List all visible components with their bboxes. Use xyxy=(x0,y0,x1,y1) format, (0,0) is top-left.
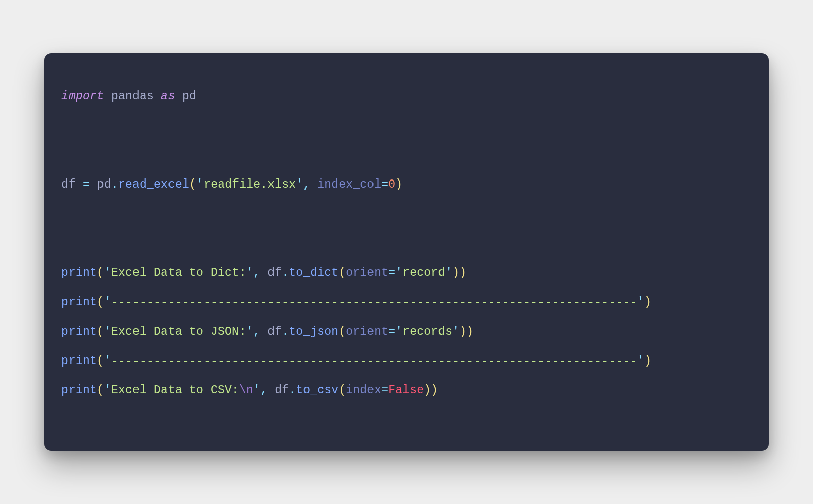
code-token: , xyxy=(260,384,267,397)
code-token: to_json xyxy=(289,325,338,338)
code-token: to_csv xyxy=(296,384,338,397)
code-token: = xyxy=(388,325,395,338)
code-token: print xyxy=(61,266,97,279)
code-token: ) xyxy=(459,325,466,338)
code-line: print('---------------------------------… xyxy=(61,354,651,368)
code-token: ' xyxy=(104,354,111,368)
code-token: record xyxy=(402,266,445,279)
code-token: ( xyxy=(189,178,196,191)
code-token: Excel Data to Dict: xyxy=(111,266,246,279)
page-background: import pandas as pd df = pd.read_excel('… xyxy=(0,0,813,504)
code-line: print('Excel Data to JSON:', df.to_json(… xyxy=(61,325,473,338)
code-token: print xyxy=(61,296,97,309)
code-token: pd xyxy=(90,178,111,191)
code-token: ) xyxy=(466,325,473,338)
code-token: print xyxy=(61,384,97,397)
code-token: ' xyxy=(104,266,111,279)
code-card: import pandas as pd df = pd.read_excel('… xyxy=(44,53,769,451)
code-token: ( xyxy=(97,325,104,338)
code-token: ) xyxy=(644,296,651,309)
code-token: readfile.xlsx xyxy=(204,178,296,191)
code-token: = xyxy=(388,266,395,279)
code-block: import pandas as pd df = pd.read_excel('… xyxy=(61,82,752,405)
code-token xyxy=(310,178,317,191)
code-token: records xyxy=(402,325,452,338)
code-token: ) xyxy=(459,266,466,279)
code-token: ' xyxy=(452,325,459,338)
code-token: ' xyxy=(296,178,303,191)
code-token: = xyxy=(83,178,90,191)
code-token: ----------------------------------------… xyxy=(111,354,637,368)
code-token: , xyxy=(253,325,260,338)
code-token: ' xyxy=(253,384,260,397)
code-token: ( xyxy=(97,296,104,309)
code-token: to_dict xyxy=(289,266,338,279)
code-token: ' xyxy=(395,266,402,279)
code-token: ) xyxy=(424,384,431,397)
code-token: df xyxy=(260,325,282,338)
code-token: ' xyxy=(196,178,204,191)
code-token: ( xyxy=(97,384,104,397)
code-token: ' xyxy=(104,325,111,338)
code-token: ' xyxy=(104,296,111,309)
code-token: pd xyxy=(175,90,196,103)
code-token: df xyxy=(267,384,289,397)
code-token: ) xyxy=(431,384,438,397)
code-token: ( xyxy=(338,384,346,397)
code-token: . xyxy=(282,325,289,338)
code-token: ( xyxy=(338,266,346,279)
code-token: as xyxy=(161,90,175,103)
code-token: orient xyxy=(346,325,388,338)
code-token: ( xyxy=(338,325,346,338)
code-token: . xyxy=(111,178,118,191)
code-line: print('Excel Data to CSV:\n', df.to_csv(… xyxy=(61,384,438,397)
code-token: Excel Data to JSON: xyxy=(111,325,246,338)
code-line: df = pd.read_excel('readfile.xlsx', inde… xyxy=(61,178,402,191)
code-token: = xyxy=(381,384,388,397)
code-token: import xyxy=(61,90,104,103)
code-token: index_col xyxy=(317,178,381,191)
code-token: ) xyxy=(452,266,459,279)
code-token: , xyxy=(253,266,260,279)
code-token: \n xyxy=(239,384,253,397)
code-token: ) xyxy=(644,354,651,368)
code-token: = xyxy=(381,178,388,191)
code-token: ( xyxy=(97,354,104,368)
code-token: pandas xyxy=(104,90,161,103)
code-token: read_excel xyxy=(118,178,189,191)
code-token: print xyxy=(61,354,97,368)
code-token: ' xyxy=(445,266,452,279)
code-token: ' xyxy=(395,325,402,338)
code-token: ( xyxy=(97,266,104,279)
code-line: print('Excel Data to Dict:', df.to_dict(… xyxy=(61,266,466,279)
code-token: . xyxy=(282,266,289,279)
code-token: ' xyxy=(637,354,644,368)
code-token: ' xyxy=(637,296,644,309)
code-token: ----------------------------------------… xyxy=(111,296,637,309)
code-line: print('---------------------------------… xyxy=(61,296,651,309)
code-token: ' xyxy=(246,325,253,338)
code-token: print xyxy=(61,325,97,338)
code-token: ' xyxy=(246,266,253,279)
code-token: orient xyxy=(346,266,388,279)
code-token: . xyxy=(289,384,296,397)
code-token: df xyxy=(61,178,83,191)
code-token: 0 xyxy=(388,178,395,191)
code-token: Excel Data to CSV: xyxy=(111,384,239,397)
code-token: , xyxy=(303,178,310,191)
code-token: ' xyxy=(104,384,111,397)
code-token: False xyxy=(388,384,424,397)
code-token: ) xyxy=(395,178,402,191)
code-token: index xyxy=(346,384,381,397)
code-token: df xyxy=(260,266,282,279)
code-line: import pandas as pd xyxy=(61,90,196,103)
